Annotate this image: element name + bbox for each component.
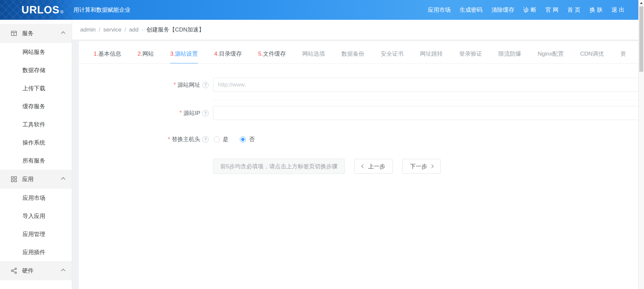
- breadcrumb-dash: -: [142, 26, 144, 33]
- app-header: URLOS ® 用计算和数据赋能企业 应用市场 生成密码 清除缓存 诊 断 官 …: [0, 0, 644, 20]
- radio-option-no[interactable]: 否: [240, 135, 255, 143]
- replace-host-header-field: * 替换主机头 ? 是 否: [79, 135, 644, 143]
- tab-login-verification[interactable]: 登录验证: [459, 50, 482, 63]
- tab-nginx-config[interactable]: Nginx配置: [538, 50, 564, 63]
- origin-ip-field: * 源站IP ?: [79, 106, 644, 120]
- help-icon[interactable]: ?: [202, 136, 209, 142]
- tab-url-redirect[interactable]: 网址跳转: [420, 50, 443, 63]
- origin-url-input[interactable]: [213, 78, 641, 92]
- breadcrumb-admin[interactable]: admin: [80, 26, 96, 33]
- form-actions: 前5步均含必填项，请点击上方标签页切换步骤 上一步 下一步: [213, 159, 644, 174]
- sidebar-section-apps[interactable]: 应用: [0, 170, 72, 189]
- sidebar-item-app-market[interactable]: 应用市场: [0, 189, 72, 207]
- arrow-right-icon: [430, 164, 434, 168]
- nav-diagnose[interactable]: 诊 断: [523, 6, 536, 14]
- logo[interactable]: URLOS: [21, 4, 60, 16]
- prev-step-button[interactable]: 上一步: [354, 159, 393, 174]
- step-tabs: 1.基本信息 2.网站 3.源站设置 4.目录缓存 5.文件缓存 网站选填 数据…: [79, 50, 644, 64]
- services-icon: [11, 30, 17, 37]
- tab-origin-settings[interactable]: 3.源站设置: [170, 50, 198, 63]
- nav-logout[interactable]: 退 出: [611, 6, 625, 14]
- tab-resource-clipped[interactable]: 资: [620, 50, 626, 63]
- sidebar-item-all-services[interactable]: 所有服务: [0, 152, 72, 170]
- steps-hint-button: 前5步均含必填项，请点击上方标签页切换步骤: [213, 159, 345, 174]
- radio-unchecked-icon[interactable]: [214, 136, 220, 142]
- nav-official-site[interactable]: 官 网: [545, 6, 558, 14]
- sidebar-item-website-service[interactable]: 网站服务: [0, 43, 72, 61]
- radio-checked-icon[interactable]: [240, 136, 246, 142]
- origin-url-field: * 源站网址 ?: [79, 78, 644, 92]
- sidebar-section-label: 服务: [22, 30, 34, 37]
- replace-host-header-radio-group: 是 否: [213, 135, 641, 143]
- chevron-up-icon: [61, 177, 65, 181]
- scrollbar[interactable]: [638, 0, 644, 289]
- registered-mark: ®: [60, 9, 64, 14]
- chevron-up-icon: [61, 31, 65, 36]
- sidebar-item-import-app[interactable]: 导入应用: [0, 207, 72, 225]
- nav-generate-password[interactable]: 生成密码: [460, 6, 482, 14]
- sidebar-item-operating-system[interactable]: 操作系统: [0, 133, 72, 152]
- sidebar: 服务 网站服务 数据存储 上传下载 缓存服务 工具软件 操作系统 所有服务 应用…: [0, 20, 72, 289]
- required-asterisk: *: [173, 81, 176, 88]
- breadcrumb: admin / service / add - 创建服务【CDN加速】: [72, 20, 644, 40]
- tab-data-backup[interactable]: 数据备份: [341, 50, 364, 63]
- arrow-left-icon: [362, 164, 365, 168]
- origin-ip-input[interactable]: [213, 106, 641, 120]
- origin-settings-form: * 源站网址 ? * 源站IP ?: [79, 64, 644, 174]
- nav-home[interactable]: 首 页: [568, 6, 581, 14]
- row-divider: [213, 100, 641, 100]
- sidebar-item-cache-service[interactable]: 缓存服务: [0, 97, 72, 115]
- tab-ssl-certificate[interactable]: 安全证书: [381, 50, 404, 63]
- scrollbar-up-arrow-icon[interactable]: [640, 2, 643, 4]
- nav-change-skin[interactable]: 换 肤: [590, 6, 603, 14]
- content-card: 1.基本信息 2.网站 3.源站设置 4.目录缓存 5.文件缓存 网站选填 数据…: [79, 41, 644, 289]
- nav-app-market[interactable]: 应用市场: [428, 6, 450, 14]
- tab-basic-info[interactable]: 1.基本信息: [94, 50, 121, 63]
- breadcrumb-service[interactable]: service: [103, 26, 121, 33]
- breadcrumb-separator: /: [99, 26, 100, 33]
- tab-website[interactable]: 2.网站: [138, 50, 154, 63]
- breadcrumb-add[interactable]: add: [129, 26, 139, 33]
- radio-option-yes[interactable]: 是: [214, 135, 228, 143]
- sidebar-item-app-management[interactable]: 应用管理: [0, 225, 72, 243]
- tagline: 用计算和数据赋能企业: [73, 6, 130, 14]
- tab-website-optional[interactable]: 网站选填: [302, 50, 325, 63]
- apps-icon: [11, 176, 17, 182]
- sidebar-item-data-storage[interactable]: 数据存储: [0, 61, 72, 79]
- sidebar-item-app-plugins[interactable]: 应用插件: [0, 243, 72, 261]
- origin-url-label: * 源站网址 ?: [79, 81, 213, 89]
- tab-file-cache[interactable]: 5.文件缓存: [258, 50, 286, 63]
- tab-cdn-tuning[interactable]: CDN调优: [580, 50, 604, 63]
- help-icon[interactable]: ?: [202, 82, 209, 88]
- scrollbar-thumb[interactable]: [639, 6, 643, 72]
- origin-ip-label: * 源站IP ?: [79, 109, 213, 117]
- breadcrumb-current: 创建服务【CDN加速】: [147, 26, 205, 34]
- tab-rate-limiting[interactable]: 限流防爆: [498, 50, 521, 63]
- tab-directory-cache[interactable]: 4.目录缓存: [214, 50, 242, 63]
- header-nav: 应用市场 生成密码 清除缓存 诊 断 官 网 首 页 换 肤 退 出: [428, 6, 644, 14]
- required-asterisk: *: [179, 110, 182, 116]
- replace-host-header-label: * 替换主机头 ?: [79, 135, 213, 143]
- sidebar-section-hardware[interactable]: 硬件: [0, 261, 72, 280]
- next-step-button[interactable]: 下一步: [402, 159, 441, 174]
- logo-area: URLOS ®: [0, 4, 63, 16]
- sidebar-item-upload-download[interactable]: 上传下载: [0, 79, 72, 97]
- sidebar-item-tool-software[interactable]: 工具软件: [0, 115, 72, 133]
- breadcrumb-separator: /: [124, 26, 126, 33]
- sidebar-section-label: 应用: [22, 175, 34, 183]
- nav-clear-cache[interactable]: 清除缓存: [491, 6, 514, 14]
- main-content: admin / service / add - 创建服务【CDN加速】 1.基本…: [72, 20, 644, 289]
- chevron-up-icon: [61, 269, 65, 273]
- hardware-icon: [11, 268, 17, 274]
- required-asterisk: *: [168, 136, 170, 143]
- sidebar-section-label: 硬件: [22, 267, 34, 275]
- help-icon[interactable]: ?: [202, 110, 209, 116]
- sidebar-section-services[interactable]: 服务: [0, 24, 72, 43]
